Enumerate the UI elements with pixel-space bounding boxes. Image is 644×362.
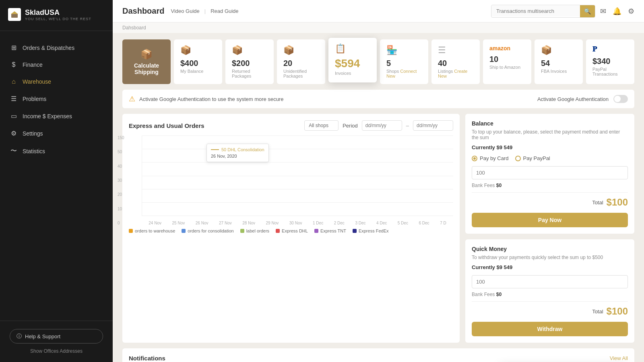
view-all-link[interactable]: View All xyxy=(610,355,628,361)
gear-icon[interactable]: ⚙ xyxy=(628,7,634,16)
legend-tnt: Express TNT xyxy=(314,228,346,233)
read-guide-link[interactable]: Read Guide xyxy=(211,8,238,14)
pay-now-button[interactable]: Pay Now xyxy=(472,213,628,227)
chart-container: 15050403020100 50 DHL xyxy=(129,136,453,225)
google-auth-toggle[interactable] xyxy=(613,95,628,103)
calculate-shipping-card[interactable]: 📦 CalculateShipping xyxy=(122,39,171,84)
listings-create-link[interactable]: Create New xyxy=(438,69,467,78)
notifications-section: Notifications View All Proform Creation … xyxy=(122,348,634,362)
balance-panel-title: Balance xyxy=(472,120,628,127)
search-button[interactable]: 🔍 xyxy=(580,5,595,17)
chart-legend: orders to warehouse orders for consolida… xyxy=(129,228,453,233)
legend-warehouse-dot xyxy=(129,229,133,233)
main-grid: Express and Usual Orders All shops Perio… xyxy=(122,114,634,343)
balance-value: $400 xyxy=(180,59,216,68)
fba-card: 📦 54 FBA Invoices xyxy=(535,39,583,84)
withdraw-button[interactable]: Withdraw xyxy=(472,322,628,336)
quick-money-panel: Quick Money To withdraw your payments qu… xyxy=(465,239,634,343)
chart-controls: All shops Period – xyxy=(304,120,453,131)
chart-section: Express and Usual Orders All shops Perio… xyxy=(122,114,460,343)
sidebar-logo: SkladUSA YOU SELL, WE'LL DO THE REST xyxy=(0,0,113,31)
sidebar-item-statistics-label: Statistics xyxy=(23,148,45,154)
shops-label: Shops Connect New xyxy=(386,69,422,78)
pay-card-radio[interactable] xyxy=(472,156,477,161)
quick-money-divider xyxy=(472,301,628,302)
period-end-input[interactable] xyxy=(413,120,453,131)
content-area: 📦 CalculateShipping 📦 $400 My Balance 📦 … xyxy=(113,33,644,362)
y-axis-labels: 15050403020100 xyxy=(118,136,124,225)
pay-paypal-option[interactable]: Pay PayPal xyxy=(515,155,550,161)
logo-icon xyxy=(8,8,21,21)
paypal-icon: 𝐏 xyxy=(592,45,628,53)
alert-bar: ⚠ Activate Google Authentication to use … xyxy=(122,90,634,108)
chart-title: Express and Usual Orders xyxy=(129,122,204,129)
period-start-input[interactable] xyxy=(362,120,402,131)
unidentified-value: 20 xyxy=(283,59,319,68)
alert-icon: ⚠ xyxy=(129,95,135,103)
paypal-label: PayPal Transactions xyxy=(592,67,628,76)
sidebar: SkladUSA YOU SELL, WE'LL DO THE REST ⊞ O… xyxy=(0,0,113,362)
shops-card: 🏪 5 Shops Connect New xyxy=(380,39,428,84)
warehouse-icon: ⌂ xyxy=(10,78,18,85)
qm-total-amount: $100 xyxy=(607,306,628,317)
sidebar-item-finance[interactable]: $ Finance xyxy=(0,56,113,73)
returned-icon: 📦 xyxy=(232,45,267,56)
legend-label-dot xyxy=(240,229,244,233)
qm-currently-value: $9 549 xyxy=(496,264,512,270)
pay-paypal-radio[interactable] xyxy=(515,156,521,161)
link-separator: | xyxy=(204,8,206,14)
period-separator: – xyxy=(406,123,409,129)
sidebar-item-income[interactable]: ▭ Income $ Expenses xyxy=(0,107,113,125)
pay-card-label: Pay by Card xyxy=(480,155,509,161)
tooltip-date: 26 Nov, 2020 xyxy=(211,154,264,158)
help-support-button[interactable]: ⓘ Help & Support xyxy=(10,329,103,343)
calculate-shipping-label: CalculateShipping xyxy=(134,62,159,75)
svg-marker-1 xyxy=(11,11,18,14)
sidebar-bottom: ⓘ Help & Support Show Offices Addresses xyxy=(0,321,113,362)
balance-sum-input[interactable] xyxy=(472,166,628,179)
amazon-icon: amazon xyxy=(489,45,525,51)
search-input[interactable] xyxy=(491,6,580,16)
stats-row: 📦 CalculateShipping 📦 $400 My Balance 📦 … xyxy=(122,39,634,84)
quick-money-bank-fees: Bank Fees $0 xyxy=(472,292,628,297)
sidebar-item-warehouse[interactable]: ⌂ Warehouse xyxy=(0,73,113,90)
balance-panel-desc: To top up your balance, please, select t… xyxy=(472,129,628,140)
shops-value: 5 xyxy=(386,59,422,68)
amazon-label: Ship to Amazon xyxy=(489,65,525,70)
paypal-value: $340 xyxy=(592,57,628,66)
mail-icon[interactable]: ✉ xyxy=(600,7,606,16)
show-offices-link[interactable]: Show Offices Addresses xyxy=(10,348,103,354)
unidentified-label: Unidentified Packages xyxy=(283,69,319,78)
shops-connect-link[interactable]: Connect New xyxy=(386,69,417,78)
alert-message: Activate Google Authentication to use th… xyxy=(139,96,283,102)
notifications-title: Notifications xyxy=(129,355,165,362)
bank-fees-value: $0 xyxy=(496,183,502,188)
legend-dhl-label: Express DHL xyxy=(282,228,308,233)
sidebar-item-statistics[interactable]: 〜 Statistics xyxy=(0,142,113,160)
legend-label-orders: label orders xyxy=(240,228,269,233)
video-guide-link[interactable]: Video Guide xyxy=(171,8,199,14)
payment-method-group: Pay by Card Pay PayPal xyxy=(472,155,628,161)
problems-icon: ☰ xyxy=(10,95,18,103)
sidebar-item-problems[interactable]: ☰ Problems xyxy=(0,90,113,107)
currently-value: $9 549 xyxy=(496,144,512,150)
logo-name: SkladUSA xyxy=(25,8,91,17)
fba-label: FBA Invoices xyxy=(541,69,576,74)
bell-icon[interactable]: 🔔 xyxy=(613,7,621,16)
alert-right: Activate Google Authentication xyxy=(537,95,628,103)
period-label: Period xyxy=(343,123,358,129)
shops-icon: 🏪 xyxy=(386,45,422,56)
sidebar-item-orders[interactable]: ⊞ Orders & Dispatches xyxy=(0,39,113,56)
chart-header: Express and Usual Orders All shops Perio… xyxy=(129,120,453,131)
legend-warehouse-label: orders to warehouse xyxy=(135,228,175,233)
shop-dropdown[interactable]: All shops xyxy=(304,120,339,131)
sidebar-item-settings[interactable]: ⚙ Settings xyxy=(0,125,113,142)
header-right: 🔍 ✉ 🔔 ⚙ xyxy=(491,5,634,18)
amazon-value: 10 xyxy=(489,55,525,64)
unidentified-card: 📦 20 Unidentified Packages xyxy=(277,39,325,84)
quick-money-sum-input[interactable] xyxy=(472,275,628,288)
listings-card: ☰ 40 Listings Create New xyxy=(431,39,480,84)
returned-packages-card: 📦 $200 Returned Packages xyxy=(225,39,274,84)
pay-card-option[interactable]: Pay by Card xyxy=(472,155,509,161)
bar-chart-area: 50 DHL Consolidation 26 Nov, 2020 xyxy=(142,136,453,216)
